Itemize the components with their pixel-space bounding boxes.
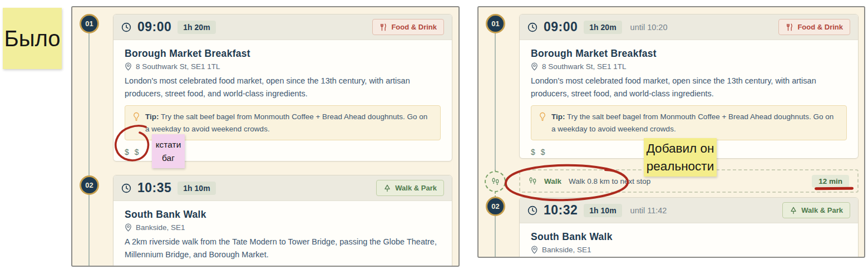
tip-text: Tip: Try the salt beef bagel from Monmou… bbox=[551, 111, 839, 135]
lightbulb-icon bbox=[133, 111, 140, 135]
map-pin-icon bbox=[125, 62, 132, 71]
sticky-note-realism: Добавил он реальности bbox=[644, 138, 717, 177]
clock-icon bbox=[121, 183, 131, 193]
category-badge-food: Food & Drink bbox=[372, 19, 444, 35]
activity-address: 8 Southwark St, SE1 1TL bbox=[136, 62, 220, 71]
category-badge-food: Food & Drink bbox=[778, 19, 850, 35]
activity-time: 09:00 bbox=[137, 19, 171, 35]
activity-title: South Bank Walk bbox=[125, 209, 441, 221]
footprints-icon bbox=[529, 177, 537, 185]
activity-address: Bankside, SE1 bbox=[542, 246, 591, 254]
tip-label: Tip: bbox=[551, 112, 565, 121]
activity-card-breakfast[interactable]: 09:00 1h 20m until 10:20 Food & Drink Bo… bbox=[519, 14, 859, 159]
timeline-step-1: 01 bbox=[486, 14, 505, 33]
tip-body: Try the salt beef bagel from Monmouth Co… bbox=[551, 112, 834, 133]
tip-body: Try the salt beef bagel from Monmouth Co… bbox=[145, 112, 427, 133]
map-pin-icon bbox=[125, 223, 132, 232]
clock-icon bbox=[121, 22, 131, 32]
timeline-line bbox=[88, 33, 90, 266]
timeline-line bbox=[495, 33, 496, 170]
timeline-step-2: 02 bbox=[486, 197, 505, 216]
sticky-note-bug: кстати баг bbox=[152, 134, 185, 168]
activity-description: London's most celebrated food market, op… bbox=[531, 75, 847, 100]
category-label: Walk & Park bbox=[801, 206, 843, 214]
walk-duration-badge: 12 min bbox=[812, 175, 849, 188]
category-label: Food & Drink bbox=[391, 23, 437, 31]
duration-badge: 1h 20m bbox=[177, 21, 215, 34]
activity-time: 10:35 bbox=[137, 180, 171, 195]
tree-icon bbox=[790, 207, 797, 214]
activity-card-walk[interactable]: 10:35 1h 10m Walk & Park South Bank Walk… bbox=[113, 175, 452, 267]
activity-card-header: 10:32 1h 10m until 11:42 Walk & Park bbox=[520, 198, 858, 223]
activity-title: South Bank Walk bbox=[531, 231, 847, 243]
itinerary-panel-after: 01 02 09:00 1h 20m until 10:20 Food & Dr… bbox=[477, 6, 865, 258]
fork-knife-icon bbox=[379, 23, 387, 31]
clock-icon bbox=[527, 206, 537, 216]
sticky-text: Добавил он bbox=[647, 140, 714, 158]
itinerary-panel-before: 01 02 09:00 1h 20m Food & Drink Borough … bbox=[71, 6, 460, 267]
sticky-text: баг bbox=[162, 151, 175, 164]
category-badge-park: Walk & Park bbox=[782, 202, 850, 218]
tree-icon bbox=[383, 184, 391, 192]
activity-address: Bankside, SE1 bbox=[136, 223, 185, 232]
sticky-note-before-label: Было bbox=[3, 8, 62, 69]
activity-time: 09:00 bbox=[544, 19, 578, 35]
map-pin-icon bbox=[531, 62, 538, 71]
activity-card-header: 09:00 1h 20m Food & Drink bbox=[114, 14, 452, 40]
category-badge-park: Walk & Park bbox=[376, 180, 444, 196]
category-label: Food & Drink bbox=[797, 23, 843, 31]
category-label: Walk & Park bbox=[395, 184, 437, 192]
walk-mode-label: Walk bbox=[544, 177, 561, 185]
timeline-step-2: 02 bbox=[80, 175, 99, 195]
activity-card-walk[interactable]: 10:32 1h 10m until 11:42 Walk & Park Sou… bbox=[519, 197, 859, 258]
tip-box-cutoff bbox=[125, 266, 441, 267]
activity-description: London's most celebrated food market, op… bbox=[125, 75, 441, 100]
tip-label: Tip: bbox=[145, 112, 159, 121]
activity-title: Borough Market Breakfast bbox=[531, 48, 847, 60]
activity-description: A 2km riverside walk from the Tate Moder… bbox=[125, 236, 441, 261]
clock-icon bbox=[527, 22, 537, 32]
duration-badge: 1h 10m bbox=[177, 182, 215, 195]
until-time: until 11:42 bbox=[630, 206, 667, 215]
activity-card-header: 10:35 1h 10m Walk & Park bbox=[114, 175, 452, 201]
tip-box: Tip: Try the salt beef bagel from Monmou… bbox=[531, 105, 847, 140]
activity-card-body: South Bank Walk Bankside, SE1 A 2km rive… bbox=[114, 201, 452, 267]
sticky-text: Было bbox=[4, 26, 60, 51]
walk-detail: Walk 0.8 km to next stop bbox=[569, 177, 650, 185]
activity-title: Borough Market Breakfast bbox=[125, 48, 441, 60]
duration-badge: 1h 20m bbox=[584, 21, 622, 34]
timeline-step-1: 01 bbox=[80, 14, 99, 33]
activity-time: 10:32 bbox=[544, 203, 578, 218]
duration-badge: 1h 10m bbox=[584, 204, 622, 217]
tip-text: Tip: Try the salt beef bagel from Monmou… bbox=[145, 111, 432, 135]
until-time: until 10:20 bbox=[630, 23, 668, 32]
activity-card-body: South Bank Walk Bankside, SE1 bbox=[520, 223, 858, 258]
fork-knife-icon bbox=[786, 23, 793, 31]
lightbulb-icon bbox=[539, 111, 546, 135]
sticky-text: реальности bbox=[647, 158, 714, 175]
timeline-walk-marker bbox=[485, 171, 506, 192]
map-pin-icon bbox=[531, 246, 538, 254]
sticky-text: кстати bbox=[156, 138, 181, 151]
activity-card-header: 09:00 1h 20m until 10:20 Food & Drink bbox=[520, 14, 858, 40]
activity-address: 8 Southwark St, SE1 1TL bbox=[542, 62, 627, 71]
